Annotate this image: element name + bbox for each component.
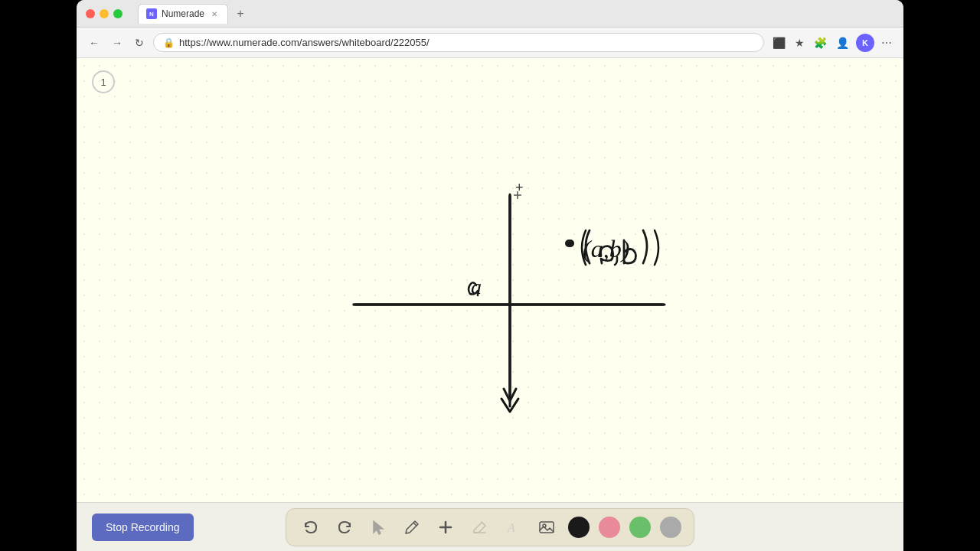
- bottom-toolbar: Stop Recording: [77, 502, 903, 551]
- whiteboard-canvas[interactable]: 1 + a (a,b): [77, 58, 903, 502]
- text-icon: A: [505, 519, 521, 536]
- tab-favicon: N: [146, 8, 157, 19]
- extensions-button[interactable]: 🧩: [812, 34, 829, 51]
- svg-text:A: A: [507, 521, 515, 534]
- minimize-button[interactable]: [100, 9, 109, 18]
- select-tool-button[interactable]: [366, 515, 390, 540]
- lock-icon: 🔒: [163, 37, 175, 48]
- url-bar[interactable]: 🔒 https://www.numerade.com/answers/white…: [153, 33, 764, 52]
- url-text: https://www.numerade.com/answers/whitebo…: [179, 37, 430, 48]
- new-tab-button[interactable]: +: [231, 5, 250, 23]
- svg-text:a: a: [471, 275, 482, 298]
- color-green-button[interactable]: [629, 517, 651, 538]
- browser-toolbar-icons: ⬛ ★ 🧩 👤 K ⋯: [770, 34, 894, 52]
- browser-window: N Numerade ✕ + ← → ↻ 🔒 https://www.numer…: [77, 0, 903, 551]
- profile-button[interactable]: 👤: [834, 34, 851, 51]
- color-gray-button[interactable]: [660, 517, 681, 538]
- page-number-badge: 1: [92, 70, 115, 93]
- text-tool-button[interactable]: A: [501, 515, 525, 540]
- image-icon: [538, 519, 555, 536]
- window-controls: [86, 9, 122, 18]
- forward-button[interactable]: →: [109, 35, 126, 51]
- select-icon: [370, 519, 387, 536]
- svg-point-4: [567, 240, 574, 247]
- pen-icon: [403, 519, 420, 536]
- undo-icon: [302, 519, 319, 536]
- color-black-button[interactable]: [568, 517, 590, 538]
- redo-button[interactable]: [332, 515, 357, 540]
- refresh-button[interactable]: ↻: [132, 35, 147, 51]
- address-bar: ← → ↻ 🔒 https://www.numerade.com/answers…: [77, 28, 903, 58]
- redo-icon: [336, 519, 353, 536]
- add-button[interactable]: [433, 515, 458, 540]
- add-icon: [437, 519, 454, 536]
- bookmark-button[interactable]: ★: [792, 34, 807, 51]
- pen-tool-button[interactable]: [400, 515, 424, 540]
- maximize-button[interactable]: [113, 9, 122, 18]
- drawing-svg: + a (a,b): [77, 58, 903, 502]
- close-button[interactable]: [86, 9, 95, 18]
- tab-bar: N Numerade ✕ +: [138, 4, 894, 24]
- color-pink-button[interactable]: [599, 517, 620, 538]
- more-options-button[interactable]: ⋯: [879, 34, 894, 51]
- eraser-icon: [471, 519, 488, 536]
- image-button[interactable]: [534, 515, 559, 540]
- tab-close-button[interactable]: ✕: [209, 8, 220, 19]
- cast-button[interactable]: ⬛: [770, 34, 788, 51]
- svg-rect-14: [540, 522, 554, 533]
- eraser-button[interactable]: [467, 515, 492, 540]
- svg-text:(a,b): (a,b): [583, 235, 629, 262]
- back-button[interactable]: ←: [86, 35, 103, 51]
- stop-recording-button[interactable]: Stop Recording: [92, 514, 194, 541]
- undo-button[interactable]: [299, 515, 323, 540]
- svg-text:+: +: [515, 180, 524, 195]
- user-avatar[interactable]: K: [856, 34, 874, 52]
- active-tab[interactable]: N Numerade ✕: [138, 4, 228, 24]
- title-bar: N Numerade ✕ +: [77, 0, 903, 28]
- tab-title: Numerade: [162, 8, 204, 19]
- drawing-tools: A: [286, 508, 694, 546]
- svg-line-9: [413, 523, 416, 526]
